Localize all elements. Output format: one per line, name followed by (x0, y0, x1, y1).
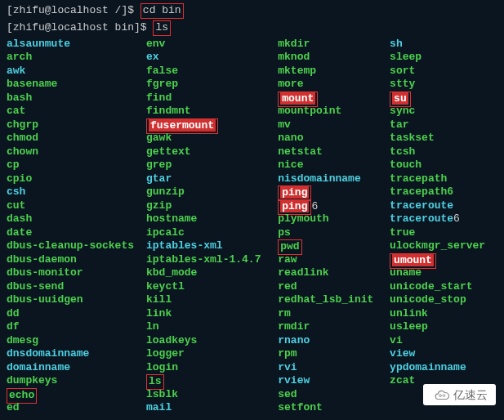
file-item: rpm (278, 347, 390, 361)
file-item: su (390, 92, 497, 105)
file-item: fgrep (146, 78, 278, 92)
file-item: taskset (390, 132, 497, 145)
listing-column: mkdirmknodmktempmoremountmountpointmvnan… (278, 38, 390, 415)
file-item: dbus-monitor (7, 266, 146, 280)
file-item: nice (278, 159, 390, 172)
file-item: unicode_stop (390, 293, 497, 307)
file-item: plymouth (278, 212, 390, 226)
file-item: alsaunmute (7, 38, 146, 51)
file-item: view (390, 347, 497, 361)
file-item: rnano (278, 334, 390, 348)
file-item: dnsdomainname (7, 347, 146, 361)
file-item: dd (7, 307, 146, 321)
file-item: gunzip (146, 185, 278, 199)
file-item: echo (7, 388, 146, 402)
file-item: raw (278, 253, 390, 267)
file-item: tar (390, 118, 497, 132)
svg-point-0 (439, 395, 442, 397)
file-item: lsblk (146, 388, 278, 402)
file-item: chmod (7, 132, 146, 145)
file-item: df (7, 320, 146, 334)
file-item: sync (390, 105, 497, 118)
file-item: sort (390, 65, 497, 78)
file-item: unicode_start (390, 280, 497, 294)
file-item: readlink (278, 266, 390, 280)
prompt-line-1: [zhifu@localhost /]$ cd bin (7, 3, 497, 19)
file-item: nano (278, 132, 390, 145)
file-item: mv (278, 118, 390, 132)
file-item: loadkeys (146, 334, 278, 348)
file-item: date (7, 226, 146, 240)
file-item: tracepath (390, 172, 497, 186)
file-item: sed (278, 388, 390, 402)
file-item: awk (7, 65, 146, 78)
file-item: cat (7, 105, 146, 118)
file-item: cp (7, 159, 146, 172)
file-item: rview (278, 374, 390, 388)
file-item: dmesg (7, 334, 146, 348)
file-item: dbus-uuidgen (7, 293, 146, 307)
listing-column: alsaunmutearchawkbasenamebashcatchgrpchm… (7, 38, 146, 415)
file-item: setfont (278, 401, 390, 415)
file-item: keyctl (146, 280, 278, 294)
file-item: ed (7, 401, 146, 415)
file-item: domainname (7, 361, 146, 375)
file-item: iptables-xml (146, 239, 278, 253)
file-item: rmdir (278, 320, 390, 334)
file-item: chown (7, 145, 146, 159)
file-item: ulockmgr_server (390, 239, 497, 253)
file-item: gettext (146, 145, 278, 159)
file-item: login (146, 361, 278, 375)
file-item: rvi (278, 361, 390, 375)
listing-column: envexfalsefgrepfindfindmntfusermountgawk… (146, 38, 278, 415)
file-item: gawk (146, 132, 278, 145)
listing-column: shsleepsortsttysusynctartasksettcshtouch… (390, 38, 497, 415)
file-item: nisdomainname (278, 172, 390, 186)
file-item: dash (7, 212, 146, 226)
file-item: env (146, 38, 278, 51)
prompt-text: [zhifu@localhost bin]$ (7, 21, 153, 34)
file-item: ping6 (278, 199, 390, 213)
file-listing: alsaunmutearchawkbasenamebashcatchgrpchm… (7, 38, 497, 415)
file-item: red (278, 280, 390, 294)
file-item: dbus-daemon (7, 253, 146, 267)
file-item: bash (7, 92, 146, 105)
file-item: ls (146, 374, 278, 388)
command-ls: ls (153, 20, 171, 36)
file-item: redhat_lsb_init (278, 293, 390, 307)
file-item: dumpkeys (7, 374, 146, 388)
prompt-text: [zhifu@localhost /]$ (7, 4, 140, 16)
file-item: gtar (146, 172, 278, 186)
file-item: cut (7, 199, 146, 213)
file-item: mount (278, 92, 390, 105)
file-item: link (146, 307, 278, 321)
terminal-output: [zhifu@localhost /]$ cd bin [zhifu@local… (7, 3, 497, 415)
file-item: unlink (390, 307, 497, 321)
file-item: chgrp (7, 118, 146, 132)
file-item: ex (146, 51, 278, 65)
file-item: mkdir (278, 38, 390, 51)
file-item: sleep (390, 51, 497, 65)
file-item: traceroute6 (390, 212, 497, 226)
file-item: logger (146, 347, 278, 361)
file-item: csh (7, 185, 146, 199)
file-item: rm (278, 307, 390, 321)
file-item: fusermount (146, 118, 278, 132)
file-item: netstat (278, 145, 390, 159)
file-item: stty (390, 78, 497, 92)
file-item: usleep (390, 320, 497, 334)
file-item: mountpoint (278, 105, 390, 118)
file-item: sh (390, 38, 497, 51)
file-item: mail (146, 401, 278, 415)
file-item: vi (390, 334, 497, 348)
prompt-line-2: [zhifu@localhost bin]$ ls (7, 20, 497, 36)
file-item: iptables-xml-1.4.7 (146, 253, 278, 267)
watermark: 亿速云 (423, 384, 496, 405)
watermark-text: 亿速云 (453, 387, 488, 402)
file-item: ipcalc (146, 226, 278, 240)
file-item: pwd (278, 239, 390, 253)
file-item: touch (390, 159, 497, 172)
file-item: arch (7, 51, 146, 65)
file-item: uname (390, 266, 497, 280)
file-item: find (146, 92, 278, 105)
